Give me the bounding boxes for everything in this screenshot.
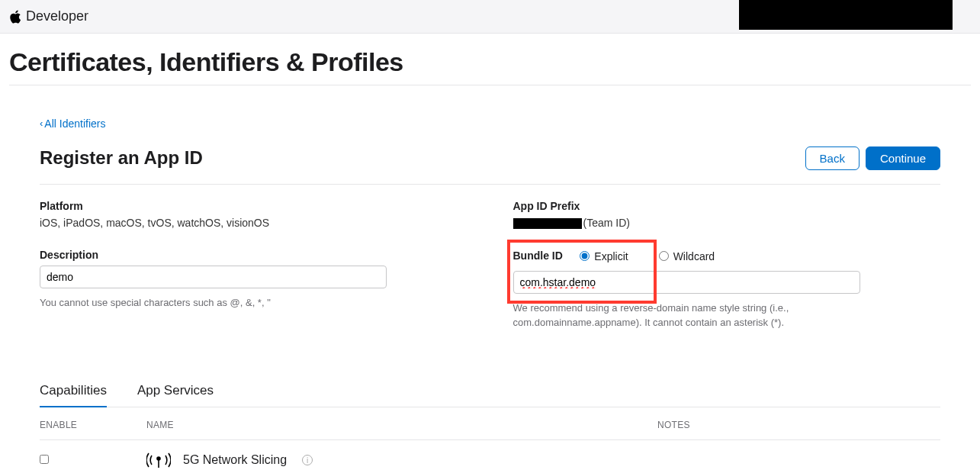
bundle-id-help: We recommend using a reverse-domain name… [513,301,860,330]
apple-logo-icon [9,10,21,24]
capability-row: 5G Network Slicing i [40,440,940,470]
developer-home-link[interactable]: Developer [9,8,88,24]
col-notes: NOTES [657,407,940,440]
back-all-identifiers-link[interactable]: ‹ All Identifiers [40,118,106,130]
brand-text: Developer [26,8,88,24]
back-link-text: All Identifiers [44,118,105,130]
chevron-left-icon: ‹ [40,118,43,129]
app-id-prefix-label: App ID Prefix [513,200,941,212]
continue-button[interactable]: Continue [866,146,940,170]
bundle-id-input[interactable] [513,271,860,294]
bundle-id-wildcard-radio[interactable]: Wildcard [659,250,715,262]
app-id-prefix-value: (Team ID) [513,217,941,229]
description-label: Description [40,249,468,261]
enable-checkbox[interactable] [40,455,49,464]
description-input[interactable] [40,266,387,288]
register-app-id-heading: Register an App ID [40,147,203,169]
tab-capabilities[interactable]: Capabilities [40,383,107,407]
col-name: NAME [146,407,657,440]
platform-value: iOS, iPadOS, macOS, tvOS, watchOS, visio… [40,217,468,229]
capability-name: 5G Network Slicing [183,453,287,467]
tab-app-services[interactable]: App Services [137,383,214,407]
antenna-icon [146,449,171,470]
col-enable: ENABLE [40,407,146,440]
redacted-account-area [739,0,953,30]
bundle-id-explicit-radio[interactable]: Explicit [580,250,628,262]
svg-point-0 [157,457,160,460]
bundle-id-label: Bundle ID [513,249,563,262]
redacted-team-id [513,218,582,229]
back-button[interactable]: Back [805,146,860,170]
info-icon[interactable]: i [302,455,313,465]
platform-label: Platform [40,200,468,212]
page-title: Certificates, Identifiers & Profiles [9,47,971,85]
description-help: You cannot use special characters such a… [40,296,387,311]
